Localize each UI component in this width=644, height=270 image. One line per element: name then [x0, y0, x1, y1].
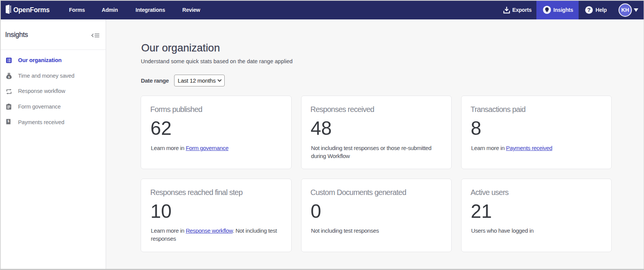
svg-text:$: $	[8, 119, 10, 123]
svg-text:?: ?	[587, 7, 590, 13]
svg-text:$: $	[8, 75, 10, 79]
